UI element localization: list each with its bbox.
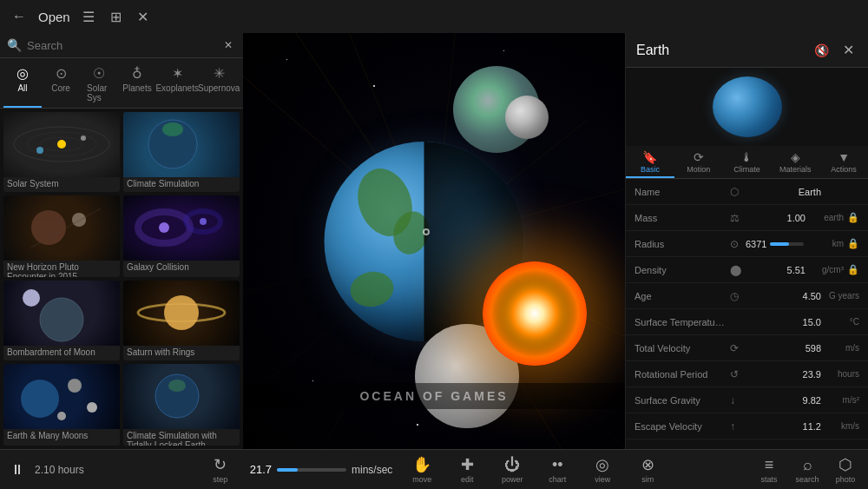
power-icon: ⏻ — [504, 456, 520, 474]
climate-icon: 🌡 — [740, 150, 753, 164]
svg-point-18 — [23, 289, 40, 307]
svg-point-22 — [21, 380, 59, 418]
tab-all[interactable]: ◎ All — [3, 62, 42, 108]
density-icon: ⬤ — [730, 264, 746, 276]
thumb-image — [3, 112, 120, 177]
speed-value: 21.7 — [250, 463, 272, 476]
list-item[interactable]: Bombardment of Moon — [3, 281, 120, 360]
svg-point-23 — [68, 379, 82, 393]
prop-total-velocity: Total Velocity ⟳ 598 m/s — [626, 335, 868, 361]
earth-thumbnail — [713, 76, 782, 137]
radius-icon: ⊙ — [730, 238, 746, 250]
prop-density: Density ⬤ 5.51 g/cm³ 🔒 — [626, 257, 868, 283]
speed-slider[interactable] — [277, 468, 346, 472]
view-button[interactable]: ◎ view — [587, 455, 618, 484]
tab-climate[interactable]: 🌡 Climate — [723, 146, 772, 178]
svg-point-8 — [162, 122, 183, 136]
step-icon: ↻ — [214, 455, 227, 474]
prop-surface-gravity: Surface Gravity ↓ 9.82 m/s² — [626, 387, 868, 413]
sim-icon: ⊗ — [641, 455, 654, 474]
thumb-label: Earth & Many Moons — [3, 429, 120, 444]
core-icon: ⊙ — [56, 65, 67, 82]
materials-icon: ◈ — [791, 150, 800, 164]
stats-icon: ≡ — [765, 456, 774, 474]
stats-button[interactable]: ≡ stats — [753, 456, 785, 484]
tab-core[interactable]: ⊙ Core — [42, 62, 80, 108]
tab-solar[interactable]: ☉ Solar Sys — [80, 62, 118, 108]
viewport[interactable]: OCEAN OF GAMES — [243, 33, 625, 449]
move-button[interactable]: ✋ move — [406, 455, 437, 484]
velocity-icon: ⟳ — [730, 342, 746, 354]
tab-supernova[interactable]: ✳ Supernova — [198, 62, 240, 108]
svg-point-15 — [200, 218, 207, 225]
thumb-image — [123, 281, 240, 346]
planets-icon: ♁ — [132, 65, 142, 82]
thumb-label: Galaxy Collision — [123, 261, 240, 275]
step-button[interactable]: ↻ step — [205, 455, 236, 484]
photo-button[interactable]: ⬡ photo — [830, 455, 861, 484]
age-icon: ◷ — [730, 290, 746, 302]
rotation-icon: ↺ — [730, 368, 746, 380]
exo-icon: ✶ — [172, 65, 183, 82]
tab-exoplanets[interactable]: ✶ Exoplanets — [156, 62, 198, 108]
left-sidebar: 🔍 ✕ ◎ All ⊙ Core ☉ Solar Sys ♁ Planets ✶ — [0, 33, 243, 449]
list-item[interactable]: Climate Simulation with Tidally-Locked E… — [123, 364, 240, 446]
tab-materials[interactable]: ◈ Materials — [771, 146, 819, 178]
svg-point-13 — [159, 222, 169, 233]
thumb-image — [3, 281, 120, 346]
list-item[interactable]: New Horizon Pluto Encounter in 2015 — [3, 195, 120, 277]
thumb-label: Bombardment of Moon — [3, 346, 120, 360]
tab-basic[interactable]: 🔖 Basic — [626, 146, 674, 178]
right-panel-title: Earth — [636, 43, 669, 58]
search-button[interactable]: ⌕ search — [792, 456, 823, 484]
tab-motion[interactable]: ⟳ Motion — [674, 146, 723, 178]
radius-slider[interactable] — [770, 242, 803, 246]
page-title: Open — [38, 10, 70, 24]
bottom-center: ↻ step 21.7 mins/sec ✋ move ✚ edit ⏻ pow… — [205, 455, 664, 484]
bottom-right: ≡ stats ⌕ search ⬡ photo — [667, 455, 861, 484]
close-button[interactable]: ✕ — [134, 7, 152, 27]
category-tabs: ◎ All ⊙ Core ☉ Solar Sys ♁ Planets ✶ Exo… — [0, 58, 243, 109]
pluto-svg — [5, 195, 118, 261]
search-icon: 🔍 — [7, 38, 22, 52]
right-header: Earth 🔇 ✕ — [626, 33, 868, 68]
sim-button[interactable]: ⊗ sim — [632, 455, 663, 484]
search-clear-button[interactable]: ✕ — [220, 37, 236, 53]
time-display: 2.10 hours — [35, 464, 84, 476]
solar-svg — [5, 112, 118, 177]
edit-button[interactable]: ✚ edit — [451, 455, 483, 484]
play-button[interactable]: ⏸ — [7, 460, 28, 479]
svg-point-28 — [168, 380, 186, 392]
lock-icon: 🔒 — [847, 212, 859, 223]
svg-point-24 — [87, 402, 97, 413]
pin-button[interactable]: ⊞ — [107, 7, 125, 27]
close-panel-button[interactable]: ✕ — [839, 40, 858, 60]
list-item[interactable]: Saturn with Rings — [123, 281, 240, 360]
list-item[interactable]: Earth & Many Moons — [3, 364, 120, 446]
list-item[interactable]: Solar System — [3, 112, 120, 192]
ui-dot — [423, 228, 430, 235]
view-icon: ◎ — [595, 455, 609, 474]
earth-moons-svg — [5, 364, 118, 429]
galaxy-svg — [125, 195, 238, 261]
power-button[interactable]: ⏻ power — [496, 456, 528, 484]
speed-display: 21.7 mins/sec — [250, 463, 393, 476]
prop-radius: Radius ⊙ 6371 km 🔒 — [626, 231, 868, 257]
tab-actions[interactable]: ▼ Actions — [819, 146, 868, 178]
mass-icon: ⚖ — [730, 212, 746, 224]
menu-button[interactable]: ☰ — [79, 7, 98, 27]
list-item[interactable]: Galaxy Collision — [123, 195, 240, 277]
search-input[interactable] — [27, 39, 215, 52]
prop-rotational-period: Rotational Period ↺ 23.9 hours — [626, 361, 868, 387]
thumb-image — [123, 364, 240, 429]
tab-planets[interactable]: ♁ Planets — [118, 62, 156, 108]
actions-icon: ▼ — [838, 150, 850, 164]
mute-button[interactable]: 🔇 — [811, 40, 832, 60]
thumbnail-grid: Solar System Climate Simulation — [0, 109, 243, 449]
back-button[interactable]: ← — [9, 7, 30, 26]
list-item[interactable]: Climate Simulation — [123, 112, 240, 192]
chart-button[interactable]: •• chart — [542, 456, 573, 484]
move-icon: ✋ — [412, 455, 431, 474]
stars — [243, 33, 625, 449]
lock-icon: 🔒 — [847, 264, 859, 275]
